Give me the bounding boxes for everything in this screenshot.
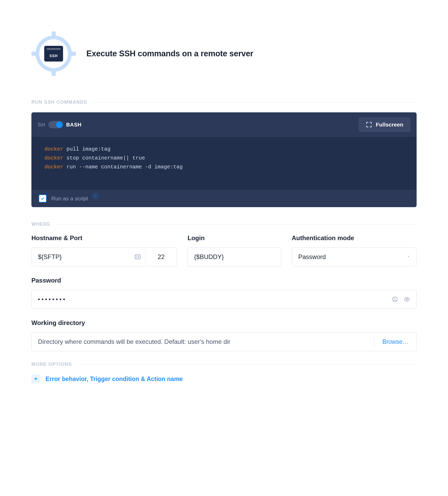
more-options-link[interactable]: Error behavior, Trigger condition & Acti… [46,376,183,383]
chevron-down-icon [406,254,411,260]
svg-rect-3 [31,52,37,56]
run-as-script-checkbox[interactable] [39,195,47,202]
login-label: Login [188,234,281,242]
svg-rect-4 [71,52,76,56]
ssh-tile-label: SSH [44,54,63,58]
check-icon [40,196,45,201]
working-dir-label: Working directory [31,319,417,327]
fullscreen-label: Fullscreen [376,122,403,128]
code-line: docker pull image:tag [44,145,404,154]
eye-icon[interactable] [404,296,410,302]
hostname-port-label: Hostname & Port [31,234,177,242]
svg-rect-1 [52,31,56,37]
run-as-script-label: Run as a script [51,195,88,202]
support-icon[interactable] [392,296,398,302]
password-input-wrap: •••••••• [31,290,417,309]
password-input[interactable]: •••••••• [38,296,392,303]
code-editor[interactable]: docker pull image:tag docker stop contai… [31,137,417,190]
auth-mode-value: Password [292,248,416,266]
section-where: WHERE [31,222,417,227]
shell-option-bash[interactable]: BASH [66,122,82,128]
hostname-port-input-group [31,247,177,266]
fullscreen-icon [366,122,372,128]
toggle-switch[interactable] [48,121,63,128]
password-label: Password [31,277,417,284]
hostname-input[interactable] [32,248,134,266]
section-label-text: WHERE [31,222,51,227]
code-line: docker run --name containername -d image… [44,163,404,172]
svg-rect-5 [135,255,140,259]
svg-rect-2 [52,71,56,76]
code-panel: SH BASH Fullscreen docker pull image:tag… [31,112,417,207]
svg-point-7 [406,299,408,300]
code-line: docker stop containername|| true [44,154,404,163]
help-icon[interactable]: ? [93,193,98,199]
browse-button[interactable]: Browse… [374,338,416,345]
section-more-options: MORE OPTIONS [31,362,417,367]
port-input[interactable] [145,248,177,266]
section-run-ssh: RUN SSH COMMANDS [31,100,417,105]
page-title: Execute SSH commands on a remote server [86,49,253,58]
auth-mode-select[interactable]: Password [292,247,417,266]
ssh-tile-icon: SSH [44,46,63,62]
shell-option-sh[interactable]: SH [38,122,45,128]
auth-mode-label: Authentication mode [292,234,417,242]
variable-picker-icon[interactable] [134,248,145,266]
section-label-text: RUN SSH COMMANDS [31,100,87,105]
shell-toggle[interactable]: SH BASH [38,121,81,128]
section-label-text: MORE OPTIONS [31,362,72,367]
action-badge: SSH [31,31,76,76]
fullscreen-button[interactable]: Fullscreen [359,118,410,132]
expand-more-options-button[interactable]: + [31,374,40,383]
login-input[interactable] [188,248,281,266]
working-dir-input[interactable] [32,333,374,351]
